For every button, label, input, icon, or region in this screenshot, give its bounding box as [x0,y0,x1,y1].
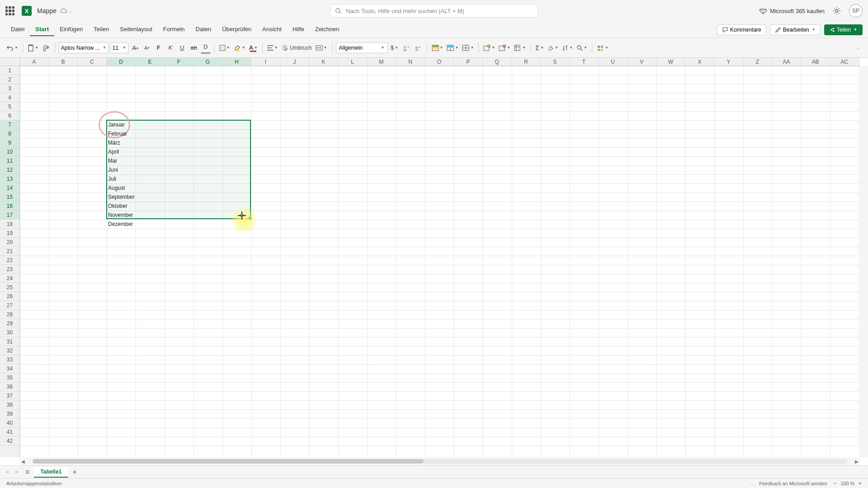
col-header-W[interactable]: W [656,58,685,66]
col-header-T[interactable]: T [570,58,599,66]
col-header-P[interactable]: P [454,58,483,66]
col-header-Q[interactable]: Q [483,58,512,66]
increase-decimal-button[interactable]: .0.00 [401,42,411,54]
col-header-N[interactable]: N [396,58,425,66]
comments-button[interactable]: Kommentare [717,24,766,35]
number-format-select[interactable]: Allgemein▼ [336,42,388,53]
sort-filter-button[interactable]: ▼ [561,42,574,54]
conditional-format-button[interactable]: ▼ [431,42,444,54]
all-sheets-button[interactable]: ≡ [21,468,34,476]
row-header-37[interactable]: 37 [0,391,19,400]
menu-daten[interactable]: Daten [190,23,217,36]
strikethrough-button[interactable]: ab [189,42,199,54]
row-header-3[interactable]: 3 [0,84,19,93]
bold-button[interactable]: F [154,42,164,54]
menu-hilfe[interactable]: Hilfe [287,23,310,36]
scroll-right-icon[interactable]: ▶ [854,459,860,464]
sheet-tab-active[interactable]: Tabelle1 [34,467,68,478]
cell-D10[interactable]: April [107,147,136,156]
row-headers[interactable]: 1234567891011121314151617181920212223242… [0,66,20,457]
col-header-V[interactable]: V [627,58,656,66]
row-header-18[interactable]: 18 [0,220,19,229]
col-header-B[interactable]: B [49,58,78,66]
row-header-33[interactable]: 33 [0,355,19,364]
search-input[interactable]: Nach Tools, Hilfe und mehr suchen (ALT +… [330,4,538,18]
document-name[interactable]: Mappe [37,7,57,14]
row-header-42[interactable]: 42 [0,436,19,446]
row-header-39[interactable]: 39 [0,409,19,418]
insert-cells-button[interactable]: +▼ [482,42,496,54]
row-header-12[interactable]: 12 [0,165,19,174]
col-header-AA[interactable]: AA [772,58,801,66]
fill-color-button[interactable]: ▼ [233,42,246,54]
addins-button[interactable]: ▼ [596,42,609,54]
cell-D13[interactable]: Juli [107,174,136,183]
cloud-sync-icon[interactable] [60,8,67,14]
row-header-2[interactable]: 2 [0,75,19,84]
col-header-J[interactable]: J [280,58,309,66]
settings-gear-icon[interactable] [833,7,841,15]
collapse-ribbon-button[interactable]: ⌵ [853,42,863,54]
cell-D12[interactable]: Juni [107,165,136,174]
row-header-41[interactable]: 41 [0,427,19,436]
borders-button[interactable]: ▼ [218,42,231,54]
feedback-link[interactable]: Feedback an Microsoft senden [759,481,827,486]
buy-microsoft-link[interactable]: Microsoft 365 kaufen [759,7,825,15]
row-header-8[interactable]: 8 [0,129,19,138]
col-header-C[interactable]: C [78,58,107,66]
row-header-7[interactable]: 7 [0,120,19,129]
row-header-34[interactable]: 34 [0,364,19,373]
row-header-35[interactable]: 35 [0,373,19,382]
row-header-40[interactable]: 40 [0,418,19,427]
vertical-scrollbar[interactable] [860,66,868,457]
wrap-text-button[interactable]: Umbruch [281,42,313,54]
cell-D8[interactable]: Februar [107,129,136,138]
zoom-in-button[interactable]: + [858,480,862,487]
row-header-5[interactable]: 5 [0,102,19,111]
row-header-10[interactable]: 10 [0,147,19,156]
row-header-24[interactable]: 24 [0,274,19,283]
row-header-9[interactable]: 9 [0,138,19,147]
underline-button[interactable]: U [177,42,187,54]
row-header-4[interactable]: 4 [0,93,19,102]
autosum-button[interactable]: Σ▼ [534,42,545,54]
sheet-nav-prev[interactable]: < [4,469,12,475]
row-header-6[interactable]: 6 [0,111,19,120]
menu-zeichnen[interactable]: Zeichnen [310,23,344,36]
cells-area[interactable]: JanuarFebruarMärzAprilMaiJuniJuliAugustS… [20,66,860,457]
paste-button[interactable]: ▼ [27,42,39,54]
col-header-E[interactable]: E [136,58,165,66]
undo-button[interactable]: ▼ [5,42,19,54]
menu-start[interactable]: Start [30,23,54,36]
increase-font-button[interactable]: A▴ [130,42,140,54]
col-header-A[interactable]: A [20,58,49,66]
row-header-27[interactable]: 27 [0,301,19,310]
zoom-out-button[interactable]: − [834,480,837,487]
row-header-16[interactable]: 16 [0,202,19,211]
col-header-O[interactable]: O [425,58,454,66]
row-header-25[interactable]: 25 [0,283,19,292]
col-header-L[interactable]: L [338,58,367,66]
status-chevron-icon[interactable]: ⌵ [750,481,753,486]
col-header-U[interactable]: U [599,58,627,66]
currency-button[interactable]: $▼ [390,42,400,54]
col-header-H[interactable]: H [222,58,251,66]
row-header-32[interactable]: 32 [0,346,19,355]
col-header-G[interactable]: G [193,58,222,66]
horizontal-scrollbar[interactable]: ◀ ▶ [20,457,860,465]
row-header-28[interactable]: 28 [0,310,19,319]
row-header-11[interactable]: 11 [0,156,19,165]
row-header-13[interactable]: 13 [0,174,19,183]
clear-button[interactable]: ▼ [547,42,559,54]
row-header-23[interactable]: 23 [0,265,19,274]
col-header-R[interactable]: R [512,58,541,66]
cell-D7[interactable]: Januar [107,120,136,129]
menu-seitenlayout[interactable]: Seitenlayout [114,23,158,36]
column-headers[interactable]: ABCDEFGHIJKLMNOPQRSTUVWXYZAAABAC [20,58,860,66]
font-family-select[interactable]: Aptos Narrow ...▼ [59,42,108,53]
menu-ansicht[interactable]: Ansicht [257,23,287,36]
row-header-19[interactable]: 19 [0,229,19,238]
menu-einfügen[interactable]: Einfügen [54,23,88,36]
double-underline-button[interactable]: D [201,42,211,54]
cell-D14[interactable]: August [107,183,136,192]
